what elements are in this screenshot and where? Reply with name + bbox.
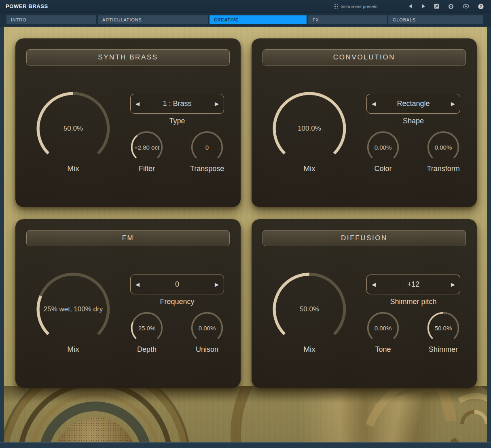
frame-bottom-highlight xyxy=(0,442,491,443)
knob-label: Color xyxy=(353,165,413,173)
knob-label: Transpose xyxy=(177,165,237,173)
knob-label: Unison xyxy=(177,345,237,354)
knob-value: 0.00% xyxy=(190,311,224,345)
type-selector[interactable]: ◀ 1 : Brass ▶ xyxy=(130,94,224,114)
eye-icon[interactable] xyxy=(463,4,469,8)
selector-prev-icon[interactable]: ◀ xyxy=(372,282,376,287)
next-preset-icon[interactable] xyxy=(421,4,425,8)
selector-label: Type xyxy=(130,117,224,125)
selector-label: Frequency xyxy=(130,298,224,306)
knob-label: Depth xyxy=(116,345,177,354)
knob-label: Transform xyxy=(413,165,474,173)
knob-label: Tone xyxy=(353,345,413,354)
tab-fx[interactable]: FX xyxy=(308,15,387,24)
knob-label: Shimmer xyxy=(413,345,474,354)
prev-preset-icon[interactable] xyxy=(409,4,413,8)
knob-label: Mix xyxy=(35,164,111,173)
shape-selector[interactable]: ◀ Rectangle ▶ xyxy=(366,94,460,114)
presets-grid-icon xyxy=(333,4,338,9)
tab-bar: INTRO ARTICULATIONS CREATIVE FX GLOBALS xyxy=(0,13,491,27)
panel-title-synth-brass: SYNTH BRASS xyxy=(26,49,230,66)
selector-value: 1 : Brass xyxy=(140,99,215,108)
artwork-shadow xyxy=(4,386,487,442)
instrument-presets-button[interactable]: Instrument presets xyxy=(333,4,377,9)
depth-knob[interactable]: 25.0% xyxy=(130,311,164,345)
knob-value: 50.0% xyxy=(271,271,347,347)
tab-intro[interactable]: INTRO xyxy=(6,15,96,24)
main-background: SYNTH BRASS 50.0% Mix ◀ 1 : Brass ▶ Type… xyxy=(4,27,487,442)
selector-prev-icon[interactable]: ◀ xyxy=(135,282,140,287)
knob-value: 25% wet, 100% dry xyxy=(35,271,111,347)
fm-panel: FM 25% wet, 100% dry Mix ◀ 0 ▶ Frequency… xyxy=(15,219,241,388)
knob-value: 0.00% xyxy=(366,311,400,345)
tab-globals[interactable]: GLOBALS xyxy=(388,15,483,24)
selector-prev-icon[interactable]: ◀ xyxy=(135,101,140,106)
panel-title-convolution: CONVOLUTION xyxy=(262,49,466,66)
knob-value: 25.0% xyxy=(130,311,164,345)
knob-value: 50.0% xyxy=(35,91,111,167)
ornate-brass-artwork xyxy=(4,386,487,442)
selector-prev-icon[interactable]: ◀ xyxy=(372,101,376,106)
convolution-panel: CONVOLUTION 100.0% Mix ◀ Rectangle ▶ Sha… xyxy=(252,38,477,207)
help-icon[interactable]: ? xyxy=(478,4,484,9)
target-icon[interactable] xyxy=(448,4,454,9)
mix-knob[interactable]: 50.0% xyxy=(271,271,347,347)
instrument-presets-label: Instrument presets xyxy=(341,4,377,9)
mix-knob[interactable]: 25% wet, 100% dry xyxy=(35,271,111,347)
selector-next-icon[interactable]: ▶ xyxy=(451,282,455,287)
selector-value: +12 xyxy=(376,280,451,289)
shimmer-knob[interactable]: 50.0% xyxy=(426,311,460,345)
panel-title-diffusion: DIFFUSION xyxy=(262,230,466,246)
knob-label: Mix xyxy=(271,164,347,173)
titlebar-icons: ? xyxy=(409,4,484,9)
selector-label: Shimmer pitch xyxy=(366,298,460,306)
knob-label: Mix xyxy=(35,345,111,354)
tab-creative[interactable]: CREATIVE xyxy=(210,15,307,24)
svg-text:?: ? xyxy=(480,4,482,8)
unison-knob[interactable]: 0.00% xyxy=(190,311,224,345)
random-preset-icon[interactable] xyxy=(434,4,439,9)
knob-value: 0.00% xyxy=(426,130,460,164)
transform-knob[interactable]: 0.00% xyxy=(426,130,460,164)
titlebar-right: Instrument presets xyxy=(333,4,485,9)
tone-knob[interactable]: 0.00% xyxy=(366,311,400,345)
selector-next-icon[interactable]: ▶ xyxy=(215,101,219,106)
tab-articulations[interactable]: ARTICULATIONS xyxy=(98,15,208,24)
knob-value: +2.80 oct xyxy=(130,130,164,164)
panel-title-fm: FM xyxy=(26,230,230,246)
selector-next-icon[interactable]: ▶ xyxy=(451,101,455,106)
shimmer-pitch-selector[interactable]: ◀ +12 ▶ xyxy=(366,275,460,294)
knob-label: Mix xyxy=(271,345,347,354)
knob-value: 100.0% xyxy=(271,91,347,167)
knob-value: 0.00% xyxy=(366,130,400,164)
knob-value: 50.0% xyxy=(426,311,460,345)
selector-value: 0 xyxy=(140,280,215,289)
frequency-selector[interactable]: ◀ 0 ▶ xyxy=(130,275,224,294)
selector-value: Rectangle xyxy=(376,99,451,108)
color-knob[interactable]: 0.00% xyxy=(366,130,400,164)
knob-label: Filter xyxy=(116,165,177,173)
selector-label: Shape xyxy=(366,117,460,125)
app-title: POWER BRASS xyxy=(6,3,48,9)
transpose-knob[interactable]: 0 xyxy=(190,130,224,164)
titlebar: POWER BRASS Instrument presets xyxy=(0,0,491,13)
mix-knob[interactable]: 50.0% xyxy=(35,91,111,167)
mix-knob[interactable]: 100.0% xyxy=(271,91,347,167)
diffusion-panel: DIFFUSION 50.0% Mix ◀ +12 ▶ Shimmer pitc… xyxy=(252,219,477,388)
filter-knob[interactable]: +2.80 oct xyxy=(130,130,164,164)
synth-brass-panel: SYNTH BRASS 50.0% Mix ◀ 1 : Brass ▶ Type… xyxy=(15,38,241,207)
knob-value: 0 xyxy=(190,130,224,164)
selector-next-icon[interactable]: ▶ xyxy=(215,282,219,287)
